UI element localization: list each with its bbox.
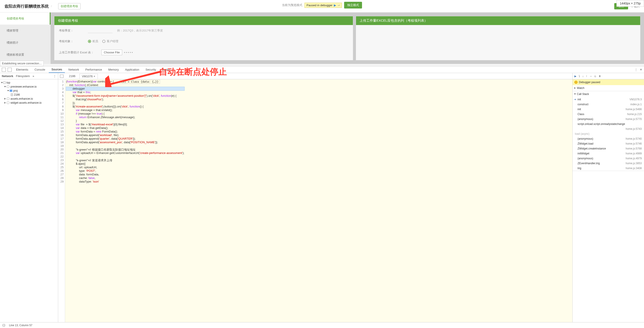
stack-frame[interactable]: initVM1076:3 <box>572 97 644 102</box>
code-content: (function(Enhancer){var controller = { i… <box>65 79 185 322</box>
stack-frame[interactable]: home.js:5743 <box>572 127 644 131</box>
sidebar-item-create[interactable]: 创建绩效考核 <box>0 12 50 24</box>
quarter-input[interactable] <box>88 28 112 33</box>
stack-frame[interactable]: ZEventHandler.trighome.js:3853 <box>572 161 644 166</box>
tab-elements[interactable]: Elements <box>14 67 31 73</box>
resume-icon[interactable]: ▶ <box>574 75 576 78</box>
cloud-icon <box>6 86 10 88</box>
step-icon[interactable]: → <box>590 75 592 78</box>
choose-file-button[interactable]: Choose File <box>101 50 122 55</box>
stack-frame[interactable]: script.onload.script.onreadystatechange <box>572 122 644 127</box>
value-overlay: ext = Class {data: {…}} <box>120 80 160 84</box>
inspect-icon[interactable] <box>2 68 6 72</box>
stack-fn: ZWidget.createInstance <box>578 147 606 150</box>
step-into-icon[interactable]: ↓ <box>582 75 584 78</box>
debugger-pane: ▶ ⤵ ↓ ↑ → ⦸ ⏸ ! Debugger paused Watch Ca… <box>572 73 644 322</box>
stack-frame[interactable]: ZWidget.createInstancehome.js:5768 <box>572 146 644 151</box>
stack-frame[interactable]: initWidgethome.js:4989 <box>572 151 644 156</box>
code-area[interactable]: 1234567891011121314151617181920212223242… <box>58 79 572 322</box>
stack-frame[interactable]: (anonymous)home.js:5740 <box>572 136 644 141</box>
stack-fn: (anonymous) <box>578 137 593 140</box>
stack-loc: VM1076:3 <box>630 98 642 101</box>
stack-frame[interactable]: (anonymous)home.js:5770 <box>572 117 644 122</box>
file-icon <box>11 93 13 96</box>
pause-exception-icon[interactable]: ⏸ <box>598 75 601 78</box>
cloud-icon <box>6 98 10 100</box>
disclosure-icon <box>4 86 6 87</box>
disclosure-icon <box>4 98 6 100</box>
stack-fn: Class <box>578 113 584 116</box>
step-out-icon[interactable]: ↑ <box>586 75 587 78</box>
tree-host[interactable]: previewer.enhancer.io <box>1 85 56 89</box>
tree-file[interactable]: 2186 <box>1 93 56 97</box>
debugger-paused-pill: Paused in debugger ▶ ⤻ <box>304 3 342 8</box>
tree-host[interactable]: widget-assets.enhancer.io <box>1 101 56 105</box>
devtools-body: Network Filesystem » ⋮ top previewer.enh… <box>0 73 644 322</box>
tree-top[interactable]: top <box>1 81 56 85</box>
tab-security[interactable]: Security <box>143 67 159 73</box>
label-target: 考核对象： <box>59 39 88 43</box>
radio-dot-icon <box>102 40 106 43</box>
panel-create-assessment: 创建绩效考核 考核季度： 例：2017Q3，表示2017年第三季度 考核对象： … <box>54 16 353 60</box>
frame-icon <box>3 82 6 84</box>
stack-loc: home.js:5768 <box>626 147 642 150</box>
tab-console[interactable]: Console <box>32 67 48 73</box>
stack-fn: initWidget <box>578 152 590 155</box>
cloud-icon <box>6 102 10 104</box>
pretty-print-icon[interactable]: {} <box>2 324 5 327</box>
step-over-icon[interactable]: ⤵ <box>579 75 580 78</box>
cursor-position: Line 13, Column 57 <box>9 324 32 327</box>
file-tree: top previewer.enhancer.io proj 2186 asse… <box>0 79 58 106</box>
radio-teller[interactable]: 柜员 <box>88 39 98 43</box>
file-tab[interactable]: 2186 <box>67 74 78 78</box>
more-icon[interactable]: » <box>32 74 34 78</box>
file-tab-active[interactable]: VM1076 × <box>80 74 98 79</box>
section-title: Watch <box>577 86 584 90</box>
row-upload: 上传工作量统计 Excel 表： Choose File ▪▪▪▪▪ <box>54 46 353 58</box>
standalone-mode-button[interactable]: 独立模式 <box>344 2 362 8</box>
stack-loc: home.js:5746 <box>626 142 642 145</box>
tab-memory[interactable]: Memory <box>106 67 122 73</box>
viewport-size-badge: 1440px × 275p <box>616 0 644 7</box>
step-over-icon[interactable]: ⤻ <box>338 3 340 7</box>
sidebar-item-standard[interactable]: 绩效标准设置 <box>0 49 50 61</box>
row-quarter: 考核季度： 例：2017Q3，表示2017年第三季度 <box>54 25 353 36</box>
tab-application[interactable]: Application <box>122 67 142 73</box>
app-title: 兹阳农商行薪酬绩效系统 <box>4 3 49 9</box>
tree-host[interactable]: assets.enhancer.io <box>1 97 56 101</box>
stack-frame[interactable]: inithome.js:5466 <box>572 107 644 112</box>
stack-frame[interactable]: (anonymous)home.js:4979 <box>572 156 644 161</box>
tab-performance[interactable]: Performance <box>82 67 104 73</box>
stack-frame[interactable]: Classhome.js:215 <box>572 112 644 117</box>
resume-icon[interactable]: ▶ <box>334 3 336 7</box>
tab-network[interactable]: Network <box>66 67 82 73</box>
devtools-overflow: ⋮ ✕ <box>634 68 642 71</box>
nav-toggle-icon[interactable] <box>60 75 64 78</box>
sidebar-item-manage[interactable]: 绩效管理 <box>0 24 50 37</box>
subtab-network[interactable]: Network <box>2 74 13 78</box>
sidebar-item-stats[interactable]: 绩效统计 <box>0 37 50 49</box>
close-devtools-icon[interactable]: ✕ <box>640 68 642 71</box>
disclosure-icon <box>1 82 3 83</box>
tab-audits[interactable]: Audits <box>160 67 173 73</box>
stack-frame[interactable]: ZWidget.loadhome.js:5746 <box>572 141 644 146</box>
stack-frame[interactable]: constructindex.js:1 <box>572 102 644 107</box>
tree-folder[interactable]: proj <box>1 89 56 93</box>
app-body: 创建绩效考核 绩效管理 绩效统计 绩效标准设置 存款计酬标准 创建绩效考核 考核… <box>0 12 644 64</box>
radio-manager[interactable]: 客户经理 <box>102 39 118 43</box>
tree-label: assets.enhancer.io <box>10 97 33 100</box>
sidebar: 创建绩效考核 绩效管理 绩效统计 绩效标准设置 存款计酬标准 <box>0 12 50 64</box>
device-icon[interactable] <box>8 68 12 72</box>
more-icon[interactable]: ⋮ <box>634 68 638 71</box>
more-icon[interactable]: ⋮ <box>53 74 56 78</box>
file-btn-text: Choose File <box>104 51 120 54</box>
breadcrumb-button[interactable]: 创建绩效考核 <box>58 3 80 9</box>
tab-sources[interactable]: Sources <box>49 66 65 73</box>
stack-fn: ZWidget.load <box>578 142 594 145</box>
subtab-filesystem[interactable]: Filesystem <box>16 74 30 78</box>
deactivate-bp-icon[interactable]: ⦸ <box>594 75 596 78</box>
stack-frame[interactable]: trighome.js:3408 <box>572 166 644 171</box>
section-callstack: Call Stack initVM1076:3constructindex.js… <box>572 91 644 171</box>
section-watch[interactable]: Watch <box>572 85 644 91</box>
connection-status: Establishing secure connection… <box>0 61 44 66</box>
